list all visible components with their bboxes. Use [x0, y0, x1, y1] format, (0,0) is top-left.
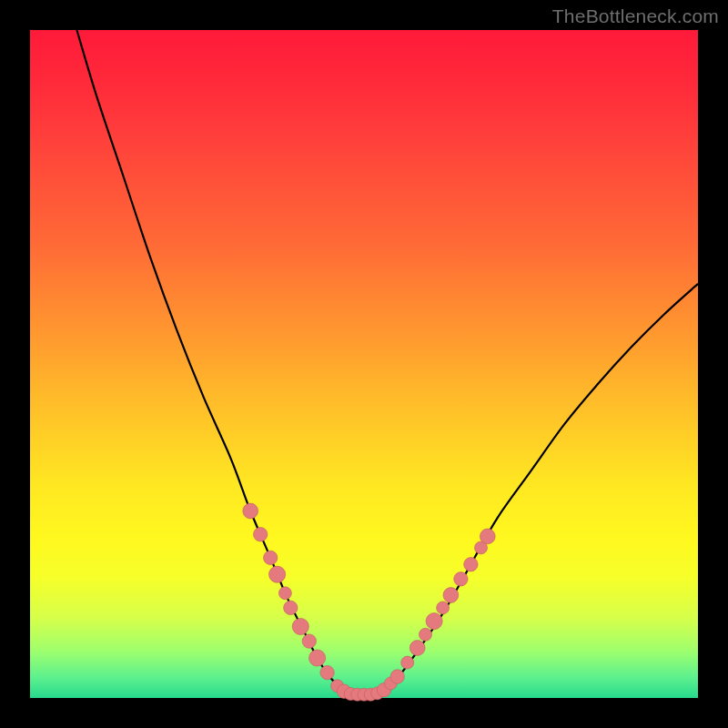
highlight-dot: [420, 628, 432, 641]
highlight-dot: [410, 641, 425, 656]
highlight-dot: [480, 529, 495, 544]
highlight-dot: [284, 601, 298, 614]
highlight-dot: [426, 613, 442, 630]
highlight-dot: [278, 587, 291, 600]
highlight-dot: [320, 665, 334, 679]
highlight-dot: [401, 656, 414, 669]
highlight-dot: [264, 551, 278, 564]
curve-layer: [30, 30, 698, 698]
highlight-dot: [269, 566, 286, 582]
highlight-dot: [243, 503, 258, 519]
highlight-dot: [437, 602, 450, 614]
highlight-dot: [464, 558, 478, 571]
highlight-dot: [254, 528, 268, 541]
chart-frame: TheBottleneck.com: [0, 0, 728, 728]
watermark-text: TheBottleneck.com: [552, 5, 719, 27]
highlight-dot: [454, 572, 468, 586]
bottleneck-curve: [76, 30, 698, 695]
highlight-dot: [390, 670, 404, 683]
highlight-dot: [309, 650, 326, 666]
highlight-dot: [302, 634, 316, 648]
plot-area: [30, 30, 698, 698]
highlight-dot: [292, 618, 308, 634]
highlight-dots: [243, 503, 495, 701]
highlight-dot: [443, 588, 459, 603]
